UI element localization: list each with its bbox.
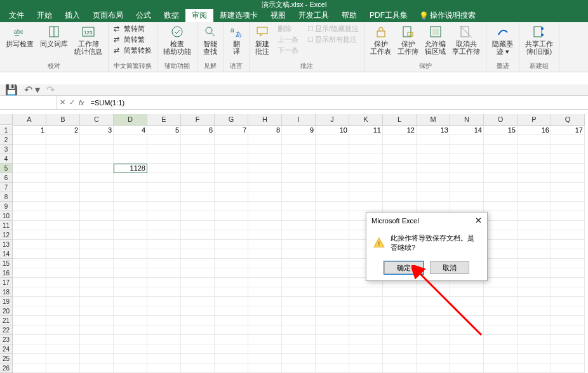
- cell-O22[interactable]: [484, 325, 518, 335]
- cell-G19[interactable]: [215, 297, 248, 306]
- cell-F22[interactable]: [181, 325, 215, 335]
- cell-M9[interactable]: [417, 202, 450, 211]
- cell-C1[interactable]: 3: [80, 126, 114, 135]
- cell-I17[interactable]: [282, 278, 316, 287]
- cell-G9[interactable]: [215, 202, 248, 211]
- cell-G5[interactable]: [215, 164, 248, 173]
- cell-H12[interactable]: [248, 230, 282, 240]
- cell-C24[interactable]: [80, 344, 114, 354]
- cell-P20[interactable]: [518, 306, 551, 316]
- cell-Q16[interactable]: [551, 268, 585, 278]
- row-header-12[interactable]: 12: [0, 230, 13, 240]
- cell-E6[interactable]: [147, 173, 181, 183]
- col-header-K[interactable]: K: [349, 114, 383, 125]
- cell-H17[interactable]: [248, 278, 282, 287]
- cell-Q11[interactable]: [551, 221, 585, 230]
- menu-审阅[interactable]: 审阅: [185, 9, 213, 22]
- cell-D3[interactable]: [114, 145, 147, 154]
- cell-F18[interactable]: [181, 287, 215, 297]
- cell-C4[interactable]: [80, 154, 114, 164]
- cell-I22[interactable]: [282, 325, 316, 335]
- cell-H2[interactable]: [248, 135, 282, 145]
- cell-I21[interactable]: [282, 316, 316, 325]
- row-header-11[interactable]: 11: [0, 221, 13, 230]
- cell-P21[interactable]: [518, 316, 551, 325]
- ribbon-工作簿统计信息[interactable]: 123工作簿 统计信息: [71, 23, 105, 56]
- cell-I19[interactable]: [282, 297, 316, 306]
- cell-H22[interactable]: [248, 325, 282, 335]
- cell-D16[interactable]: [114, 268, 147, 278]
- cell-M25[interactable]: [417, 354, 450, 363]
- cell-G17[interactable]: [215, 278, 248, 287]
- cell-L1[interactable]: 12: [383, 126, 417, 135]
- cell-N21[interactable]: [450, 316, 484, 325]
- cell-N3[interactable]: [450, 145, 484, 154]
- cell-E3[interactable]: [147, 145, 181, 154]
- cell-D9[interactable]: [114, 202, 147, 211]
- cell-Q9[interactable]: [551, 202, 585, 211]
- cell-H25[interactable]: [248, 354, 282, 363]
- ribbon-取消共享工作簿[interactable]: 取消共 享工作簿: [449, 23, 483, 56]
- cell-I11[interactable]: [282, 221, 316, 230]
- cell-Q20[interactable]: [551, 306, 585, 316]
- cell-L22[interactable]: [383, 325, 417, 335]
- cell-P24[interactable]: [518, 344, 551, 354]
- cell-E7[interactable]: [147, 183, 181, 192]
- close-icon[interactable]: ✕: [475, 216, 482, 225]
- col-header-Q[interactable]: Q: [551, 114, 585, 125]
- cell-K20[interactable]: [349, 306, 383, 316]
- cell-F24[interactable]: [181, 344, 215, 354]
- menu-开发工具[interactable]: 开发工具: [292, 9, 335, 22]
- cell-O7[interactable]: [484, 183, 518, 192]
- cell-A4[interactable]: [13, 154, 46, 164]
- cell-F7[interactable]: [181, 183, 215, 192]
- cell-E12[interactable]: [147, 230, 181, 240]
- tell-me[interactable]: 操作说明搜索: [429, 9, 482, 22]
- cell-P8[interactable]: [518, 192, 551, 202]
- cell-H6[interactable]: [248, 173, 282, 183]
- cell-B24[interactable]: [46, 344, 80, 354]
- cell-K22[interactable]: [349, 325, 383, 335]
- row-header-15[interactable]: 15: [0, 259, 13, 268]
- cell-J22[interactable]: [316, 325, 349, 335]
- cell-H16[interactable]: [248, 268, 282, 278]
- menu-数据[interactable]: 数据: [157, 9, 185, 22]
- cell-K2[interactable]: [349, 135, 383, 145]
- cell-A13[interactable]: [13, 240, 46, 249]
- ribbon-同义词库[interactable]: 同义词库: [37, 23, 71, 56]
- cell-L7[interactable]: [383, 183, 417, 192]
- cell-K23[interactable]: [349, 335, 383, 344]
- cell-M26[interactable]: [417, 363, 450, 373]
- cell-N1[interactable]: 14: [450, 126, 484, 135]
- cell-A23[interactable]: [13, 335, 46, 344]
- cell-I25[interactable]: [282, 354, 316, 363]
- cell-B21[interactable]: [46, 316, 80, 325]
- cell-A19[interactable]: [13, 297, 46, 306]
- row-header-3[interactable]: 3: [0, 145, 13, 154]
- cell-L5[interactable]: [383, 164, 417, 173]
- cell-J25[interactable]: [316, 354, 349, 363]
- cell-N2[interactable]: [450, 135, 484, 145]
- cell-C13[interactable]: [80, 240, 114, 249]
- cell-C5[interactable]: [80, 164, 114, 173]
- redo-icon[interactable]: ↷: [46, 84, 55, 96]
- row-header-8[interactable]: 8: [0, 192, 13, 202]
- cell-C19[interactable]: [80, 297, 114, 306]
- cell-B17[interactable]: [46, 278, 80, 287]
- ribbon-翻译[interactable]: aあ翻 译: [226, 23, 246, 56]
- cell-O21[interactable]: [484, 316, 518, 325]
- cell-D18[interactable]: [114, 287, 147, 297]
- cell-I1[interactable]: 9: [282, 126, 316, 135]
- ribbon-拼写检查[interactable]: abc拼写检查: [3, 23, 37, 56]
- cell-J10[interactable]: [316, 211, 349, 221]
- cell-C8[interactable]: [80, 192, 114, 202]
- cell-C12[interactable]: [80, 230, 114, 240]
- cell-A24[interactable]: [13, 344, 46, 354]
- cell-A21[interactable]: [13, 316, 46, 325]
- menu-帮助[interactable]: 帮助: [335, 9, 363, 22]
- cell-P9[interactable]: [518, 202, 551, 211]
- cell-M19[interactable]: [417, 297, 450, 306]
- cell-K9[interactable]: [349, 202, 383, 211]
- cell-L24[interactable]: [383, 344, 417, 354]
- cell-P6[interactable]: [518, 173, 551, 183]
